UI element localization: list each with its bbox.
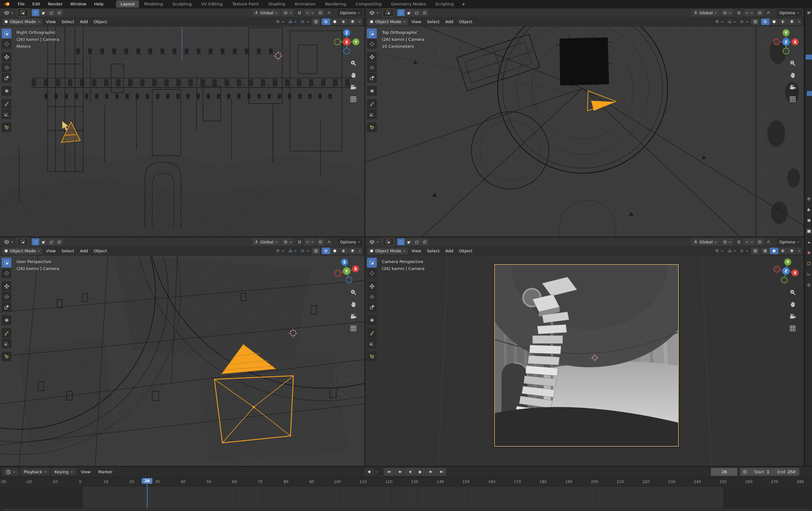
shading-wireframe-button[interactable] xyxy=(322,247,330,254)
tool-scale[interactable] xyxy=(2,302,11,312)
select-mode-intersect[interactable] xyxy=(56,9,63,16)
workspace-tab-shading[interactable]: Shading xyxy=(264,0,290,8)
tool-cursor[interactable] xyxy=(2,39,11,49)
tool-move[interactable] xyxy=(2,281,11,291)
navigation-gizmo[interactable]: Z X Y xyxy=(334,258,360,284)
gizmos-dropdown[interactable] xyxy=(287,19,298,25)
shading-wireframe-button[interactable] xyxy=(322,19,330,25)
tool-annotate[interactable] xyxy=(2,99,11,109)
menu-object[interactable]: Object xyxy=(457,19,474,25)
snap-toggle[interactable] xyxy=(296,9,304,16)
shading-solid-button[interactable] xyxy=(770,247,778,254)
tool-cursor[interactable] xyxy=(367,268,377,278)
tool-select-box[interactable] xyxy=(367,29,377,38)
timeline-menu-keying[interactable]: Keying xyxy=(51,468,77,476)
transform-orientation-dropdown[interactable]: Global xyxy=(252,9,280,16)
navigation-gizmo[interactable]: Y X Z xyxy=(773,29,799,55)
shading-dropdown[interactable] xyxy=(796,247,802,254)
proportional-falloff-dropdown[interactable] xyxy=(325,238,334,245)
options-dropdown[interactable]: Options xyxy=(777,238,802,245)
menu-add[interactable]: Add xyxy=(78,19,90,25)
add-workspace-button[interactable]: + xyxy=(459,1,468,7)
frame-start-field[interactable]: Start1 xyxy=(750,468,773,476)
zoom-icon[interactable] xyxy=(349,59,357,67)
workspace-tab-modeling[interactable]: Modeling xyxy=(140,0,167,8)
shading-solid-button[interactable] xyxy=(770,19,778,25)
menu-object[interactable]: Object xyxy=(91,247,109,254)
tool-rotate[interactable] xyxy=(367,292,377,301)
navigation-gizmo[interactable]: Z Y X xyxy=(334,29,360,55)
menu-select[interactable]: Select xyxy=(59,19,77,25)
tool-transform[interactable] xyxy=(2,86,11,96)
workspace-tab-layout[interactable]: Layout xyxy=(116,0,139,8)
zoom-icon[interactable] xyxy=(788,59,797,67)
shading-rendered-button[interactable] xyxy=(348,19,357,25)
active-tool-button[interactable] xyxy=(382,8,394,17)
topbar-menu-window[interactable]: Window xyxy=(66,1,90,7)
shading-rendered-button[interactable] xyxy=(788,19,796,25)
menu-view[interactable]: View xyxy=(44,19,58,25)
topbar-menu-file[interactable]: File xyxy=(14,1,29,7)
tool-add-cube[interactable] xyxy=(367,352,377,361)
object-visibility-dropdown[interactable] xyxy=(714,247,725,254)
tool-measure[interactable] xyxy=(2,109,11,119)
shading-material-button[interactable] xyxy=(779,247,787,254)
transform-orientation-dropdown[interactable]: Global xyxy=(692,9,719,16)
tool-rotate[interactable] xyxy=(2,292,11,301)
blender-logo-icon[interactable] xyxy=(3,1,12,7)
play-reverse-button[interactable] xyxy=(405,468,415,476)
tool-cursor[interactable] xyxy=(367,39,377,49)
proportional-editing-toggle[interactable] xyxy=(317,238,325,245)
select-mode-extend[interactable] xyxy=(40,238,47,245)
overlays-dropdown[interactable] xyxy=(299,19,311,25)
properties-tab-viewlayer[interactable] xyxy=(806,228,812,234)
object-visibility-dropdown[interactable] xyxy=(275,19,286,25)
shading-dropdown[interactable] xyxy=(357,247,362,254)
navigation-gizmo[interactable]: Y X Z xyxy=(773,258,799,284)
pan-hand-icon[interactable] xyxy=(788,300,797,308)
ortho-grid-icon[interactable] xyxy=(349,324,357,333)
menu-view[interactable]: View xyxy=(44,247,58,254)
timeline-editor-type-button[interactable] xyxy=(3,468,19,476)
mode-dropdown[interactable]: Object Mode xyxy=(367,247,408,254)
properties-tab-modifiers[interactable] xyxy=(806,271,812,277)
select-mode-subtract[interactable] xyxy=(413,238,420,245)
transform-orientation-dropdown[interactable]: Global xyxy=(692,238,719,245)
auto-keying-dropdown[interactable] xyxy=(375,471,378,473)
ortho-grid-icon[interactable] xyxy=(788,324,797,333)
shading-wireframe-button[interactable] xyxy=(761,19,770,25)
select-mode-set[interactable] xyxy=(397,238,405,245)
topbar-menu-help[interactable]: Help xyxy=(90,1,108,7)
editor-type-button[interactable] xyxy=(2,9,16,16)
snap-toggle[interactable] xyxy=(735,238,743,245)
properties-highlight[interactable] xyxy=(806,55,812,60)
viewport-canvas[interactable]: Camera Perspective (26) kamni | Camera Y… xyxy=(366,255,804,466)
camera-view-icon[interactable] xyxy=(788,83,797,91)
select-mode-subtract[interactable] xyxy=(48,238,55,245)
active-tool-button[interactable] xyxy=(382,238,394,246)
timeline-menu-playback[interactable]: Playback xyxy=(21,468,50,476)
playhead-line[interactable] xyxy=(147,483,147,508)
shading-material-button[interactable] xyxy=(779,19,787,25)
gizmos-dropdown[interactable] xyxy=(726,247,737,254)
snap-settings-dropdown[interactable] xyxy=(744,238,755,245)
jump-to-prev-keyframe-button[interactable] xyxy=(394,468,404,476)
workspace-tab-animation[interactable]: Animation xyxy=(290,0,320,8)
overlays-dropdown[interactable] xyxy=(299,247,311,254)
snap-settings-dropdown[interactable] xyxy=(304,238,315,245)
menu-view[interactable]: View xyxy=(409,19,424,25)
workspace-tab-texture-paint[interactable]: Texture Paint xyxy=(228,0,263,8)
overlays-dropdown[interactable] xyxy=(739,247,750,254)
properties-highlight-2[interactable] xyxy=(807,91,812,96)
select-mode-subtract[interactable] xyxy=(48,9,55,16)
timeline-menu-view[interactable]: View xyxy=(78,468,94,476)
select-mode-intersect[interactable] xyxy=(56,238,63,245)
proportional-falloff-dropdown[interactable] xyxy=(764,9,773,16)
pan-hand-icon[interactable] xyxy=(349,300,357,308)
tool-move[interactable] xyxy=(367,281,377,291)
select-mode-extend[interactable] xyxy=(405,9,413,16)
object-visibility-dropdown[interactable] xyxy=(714,19,725,25)
jump-to-start-button[interactable] xyxy=(384,468,394,476)
snap-settings-dropdown[interactable] xyxy=(744,9,755,16)
xray-toggle[interactable] xyxy=(751,247,759,254)
